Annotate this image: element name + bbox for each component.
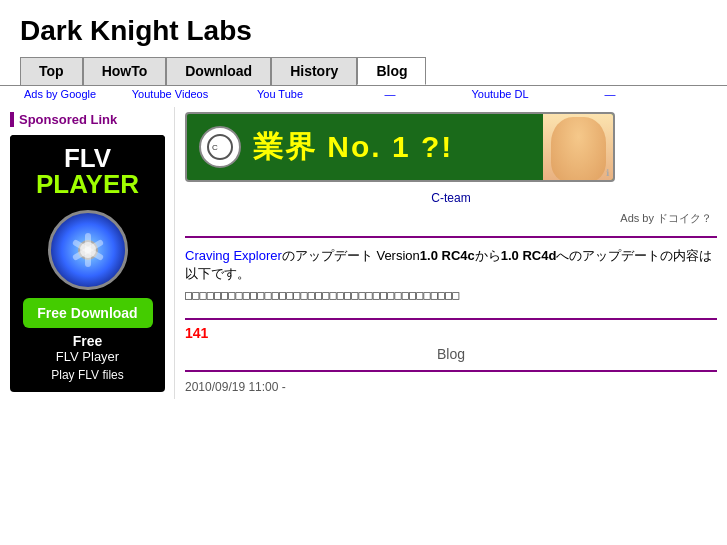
article-prefix: のアップデート Version: [282, 248, 420, 263]
flv-banner[interactable]: FLV PLAYER Free Download Free FLV: [10, 135, 165, 392]
ad-logo: C: [195, 122, 245, 172]
ad-info-icon: ℹ: [606, 168, 609, 178]
nav-item-blog[interactable]: Blog: [357, 57, 426, 85]
sub-nav: Ads by Google Youtube Videos You Tube — …: [0, 85, 727, 102]
version-new: 1.0 RC4d: [501, 248, 557, 263]
sidebar: Sponsored Link FLV PLAYER: [0, 107, 175, 399]
ad-banner[interactable]: C 業界 No. 1 ?! ℹ: [185, 112, 615, 182]
ad-text-main: 業界 No. 1 ?!: [253, 127, 453, 168]
nav-item-download[interactable]: Download: [166, 57, 271, 85]
ad-face: [551, 117, 606, 182]
ad-photo: [543, 112, 613, 182]
date-line: 2010/09/19 11:00 -: [185, 380, 717, 394]
flv-player-label: FLV Player: [10, 349, 165, 364]
version-old: 1.0 RC4c: [420, 248, 475, 263]
blog-separator: [185, 370, 717, 372]
comment-count: 141: [185, 325, 717, 341]
subnav-dash1: —: [350, 88, 430, 100]
sponsored-link-title: Sponsored Link: [10, 112, 164, 127]
ads-by-line: Ads by ドコイク？: [185, 209, 717, 228]
article-body: □□□□□□□□□□□□□□□□□□□□□□□□□□□□□□□□□□□□□□: [185, 286, 717, 305]
ad-logo-circle: C: [199, 126, 241, 168]
ads-by-google[interactable]: Ads by Google: [20, 88, 100, 100]
site-title: Dark Knight Labs: [20, 15, 707, 47]
main-content: C 業界 No. 1 ?! ℹ C-team Ads by ドコイク？ Crav…: [175, 107, 727, 399]
subnav-youtube-videos[interactable]: Youtube Videos: [130, 88, 210, 100]
article-mid: から: [475, 248, 501, 263]
content-area: Sponsored Link FLV PLAYER: [0, 102, 727, 404]
nav-item-howto[interactable]: HowTo: [83, 57, 167, 85]
cteam-link[interactable]: C-team: [431, 191, 470, 205]
free-download-button[interactable]: Free Download: [23, 298, 153, 328]
subnav-youtube[interactable]: You Tube: [240, 88, 320, 100]
article-block: Craving Explorerのアップデート Version1.0 RC4cか…: [185, 242, 717, 310]
nav-item-top[interactable]: Top: [20, 57, 83, 85]
flv-disc: [48, 210, 128, 290]
flv-text: FLV: [15, 145, 160, 171]
craving-explorer-link[interactable]: Craving Explorer: [185, 248, 282, 263]
ads-separator: [185, 236, 717, 238]
subnav-dash2: —: [570, 88, 650, 100]
ad-cteam-row: C-team: [185, 187, 717, 209]
blog-label: Blog: [185, 346, 717, 362]
nav-bar: Top HowTo Download History Blog: [0, 57, 727, 85]
subnav-youtube-dl[interactable]: Youtube DL: [460, 88, 540, 100]
player-text: PLAYER: [15, 171, 160, 197]
play-flv-label: Play FLV files: [10, 368, 165, 382]
svg-text:C: C: [212, 143, 218, 152]
article-intro: Craving Explorerのアップデート Version1.0 RC4cか…: [185, 247, 717, 283]
free-label: Free: [10, 333, 165, 349]
content-separator: [185, 318, 717, 320]
nav-item-history[interactable]: History: [271, 57, 357, 85]
